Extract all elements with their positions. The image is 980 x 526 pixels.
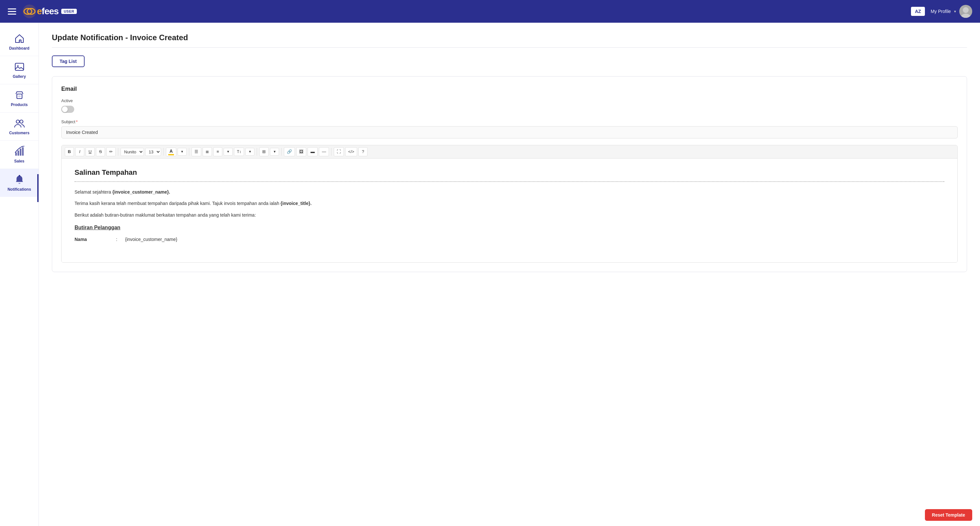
az-button[interactable]: AZ bbox=[911, 7, 925, 16]
image-button[interactable]: 🖼 bbox=[296, 147, 306, 156]
editor-body[interactable]: Salinan Tempahan Selamat sejahtera {invo… bbox=[62, 159, 957, 262]
notifications-icon bbox=[14, 174, 25, 185]
svg-rect-15 bbox=[22, 147, 24, 156]
bold-button[interactable]: B bbox=[65, 147, 74, 156]
nama-label: Nama bbox=[75, 236, 113, 244]
profile-caret-icon: ▼ bbox=[953, 10, 957, 13]
body-area: Dashboard Gallery Products bbox=[0, 23, 980, 526]
toolbar-separator-2 bbox=[163, 148, 164, 156]
hamburger-menu-button[interactable] bbox=[8, 8, 16, 14]
para1-tag: {invoice_title}. bbox=[281, 201, 312, 206]
color-button[interactable]: A bbox=[166, 148, 176, 156]
topnav-left: efees USER bbox=[8, 4, 77, 19]
sidebar-item-products[interactable]: Products bbox=[0, 84, 38, 113]
gallery-icon bbox=[14, 61, 25, 72]
toggle-knob bbox=[62, 106, 68, 112]
media-button[interactable]: ▬ bbox=[307, 147, 318, 156]
sidebar-label-gallery: Gallery bbox=[13, 74, 26, 79]
svg-rect-14 bbox=[20, 148, 21, 156]
ordered-list-button[interactable]: ≣ bbox=[202, 147, 212, 156]
svg-point-0 bbox=[23, 5, 36, 18]
underline-button[interactable]: U bbox=[86, 147, 95, 156]
home-icon bbox=[14, 33, 25, 44]
toolbar-separator-4 bbox=[257, 148, 257, 156]
italic-button[interactable]: I bbox=[75, 147, 84, 156]
sidebar: Dashboard Gallery Products bbox=[0, 23, 39, 526]
svg-rect-12 bbox=[15, 152, 17, 156]
svg-point-3 bbox=[963, 7, 969, 13]
sidebar-item-sales[interactable]: Sales bbox=[0, 141, 38, 169]
para1-pre: Terima kasih kerana telah membuat tempah… bbox=[75, 201, 281, 206]
email-content-title: Salinan Tempahan bbox=[75, 166, 944, 182]
eraser-button[interactable]: ✏ bbox=[106, 147, 116, 156]
svg-point-16 bbox=[19, 175, 20, 177]
nama-value: {invoice_customer_name} bbox=[125, 236, 177, 244]
subject-row: Subject* bbox=[61, 120, 958, 139]
email-section-title: Email bbox=[61, 86, 958, 92]
subject-label: Subject* bbox=[61, 120, 958, 124]
code-button[interactable]: </> bbox=[345, 147, 357, 156]
toolbar-separator-1 bbox=[118, 148, 118, 156]
svg-rect-6 bbox=[15, 63, 24, 70]
sidebar-label-dashboard: Dashboard bbox=[9, 46, 30, 51]
main-content: Update Notification - Invoice Created Ta… bbox=[39, 23, 980, 526]
email-section-heading: Butiran Pelanggan bbox=[75, 223, 944, 232]
table-dropdown-button[interactable]: ▼ bbox=[270, 148, 279, 156]
email-para1: Terima kasih kerana telah membuat tempah… bbox=[75, 200, 944, 207]
unordered-list-button[interactable]: ☰ bbox=[191, 147, 201, 156]
products-icon bbox=[14, 89, 25, 100]
email-greeting: Selamat sejahtera {invoice_customer_name… bbox=[75, 188, 944, 196]
maximize-button[interactable]: ⛶ bbox=[334, 147, 344, 156]
active-toggle[interactable] bbox=[61, 106, 74, 113]
sidebar-label-notifications: Notifications bbox=[8, 187, 31, 192]
editor-container: B I U S ✏ Nunito 13 A bbox=[61, 145, 958, 263]
top-navigation: efees USER AZ My Profile ▼ bbox=[0, 0, 980, 23]
sidebar-item-notifications[interactable]: Notifications bbox=[0, 169, 38, 197]
logo-area: efees USER bbox=[22, 4, 77, 19]
sidebar-item-customers[interactable]: Customers bbox=[0, 113, 38, 141]
page-title: Update Notification - Invoice Created bbox=[52, 33, 967, 42]
sidebar-label-sales: Sales bbox=[14, 159, 24, 163]
subject-input[interactable] bbox=[61, 126, 958, 139]
hr-button[interactable]: — bbox=[319, 147, 329, 156]
table-button[interactable]: ⊞ bbox=[259, 147, 269, 156]
strikethrough-button[interactable]: S bbox=[96, 147, 105, 156]
svg-point-4 bbox=[961, 14, 970, 18]
align-button[interactable]: ≡ bbox=[213, 147, 222, 156]
editor-toolbar: B I U S ✏ Nunito 13 A bbox=[62, 145, 957, 159]
reset-template-button[interactable]: Reset Template bbox=[925, 509, 972, 521]
user-badge: USER bbox=[61, 9, 77, 14]
svg-point-11 bbox=[20, 120, 23, 123]
logo-text: efees bbox=[37, 6, 59, 16]
tag-list-button[interactable]: Tag List bbox=[52, 56, 84, 67]
topnav-right: AZ My Profile ▼ bbox=[911, 5, 972, 18]
required-indicator: * bbox=[76, 120, 78, 124]
font-select[interactable]: Nunito bbox=[121, 148, 144, 156]
customers-icon bbox=[14, 118, 25, 129]
sidebar-label-products: Products bbox=[11, 102, 27, 107]
sidebar-item-dashboard[interactable]: Dashboard bbox=[0, 28, 38, 56]
logo-icon bbox=[22, 4, 37, 19]
email-section-card: Email Active Subject* B I bbox=[52, 76, 967, 272]
text-format-button[interactable]: T↕ bbox=[234, 148, 244, 156]
email-para2: Berikut adalah butiran-butiran maklumat … bbox=[75, 212, 944, 219]
link-button[interactable]: 🔗 bbox=[284, 147, 295, 156]
svg-rect-9 bbox=[18, 95, 21, 97]
color-dropdown-button[interactable]: ▼ bbox=[178, 148, 187, 156]
align-dropdown-button[interactable]: ▼ bbox=[224, 148, 233, 156]
size-select[interactable]: 13 bbox=[145, 148, 161, 156]
text-format-dropdown-button[interactable]: ▼ bbox=[245, 148, 255, 156]
sales-icon bbox=[14, 146, 25, 157]
svg-point-10 bbox=[16, 120, 19, 123]
color-indicator bbox=[168, 154, 174, 155]
svg-rect-13 bbox=[18, 150, 19, 156]
sidebar-item-gallery[interactable]: Gallery bbox=[0, 56, 38, 84]
email-nama-row: Nama : {invoice_customer_name} bbox=[75, 236, 944, 244]
sidebar-label-customers: Customers bbox=[9, 131, 30, 135]
help-button[interactable]: ? bbox=[358, 147, 368, 156]
greeting-tag: {invoice_customer_name}. bbox=[113, 190, 170, 194]
profile-area[interactable]: My Profile ▼ bbox=[931, 5, 972, 18]
page-divider bbox=[52, 47, 967, 48]
svg-rect-5 bbox=[18, 40, 21, 43]
active-label: Active bbox=[61, 98, 958, 103]
